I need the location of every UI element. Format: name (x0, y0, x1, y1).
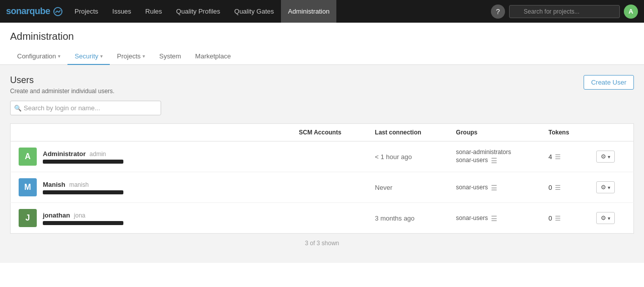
caret-icon: ▾ (100, 53, 103, 59)
logo-text: sonarqube (6, 6, 62, 17)
nav-rules[interactable]: Rules (138, 0, 169, 23)
token-count: 0 (548, 184, 552, 191)
nav-projects[interactable]: Projects (67, 0, 105, 23)
search-icon: 🔍 (14, 105, 22, 112)
col-last-connection: Last connection (367, 124, 448, 141)
user-info: Administrator admin (43, 150, 123, 164)
group-list-icon[interactable]: ☰ (491, 157, 497, 165)
groups-cell: sonar-users ☰ (448, 172, 541, 203)
user-name: jonathan (43, 211, 70, 219)
last-connection-cell: Never (367, 172, 448, 203)
token-count: 4 (548, 153, 552, 161)
user-action-button[interactable]: ⚙ ▾ (596, 212, 615, 224)
groups-cell: sonar-administrators sonar-users ☰ (448, 141, 541, 172)
action-cell: ⚙ ▾ (588, 203, 633, 234)
user-login: jona (74, 212, 86, 219)
last-connection-cell: < 1 hour ago (367, 141, 448, 172)
group-name: sonar-users (456, 214, 488, 222)
user-email-redacted (43, 160, 123, 164)
token-list-icon[interactable]: ☰ (555, 153, 561, 161)
group-list-icon[interactable]: ☰ (491, 214, 497, 223)
scm-accounts-cell (291, 203, 367, 234)
dropdown-arrow-icon: ▾ (608, 154, 610, 160)
group-list-icon[interactable]: ☰ (491, 184, 497, 192)
col-tokens: Tokens (540, 124, 588, 141)
tokens-cell: 4 ☰ (540, 141, 588, 172)
gear-icon: ⚙ (601, 214, 606, 222)
action-cell: ⚙ ▾ (588, 172, 633, 203)
top-navigation: sonarqube Projects Issues Rules Quality … (0, 0, 644, 23)
user-info: jonathan jona (43, 211, 123, 225)
col-groups: Groups (448, 124, 541, 141)
nav-quality-gates[interactable]: Quality Gates (227, 0, 281, 23)
help-button[interactable]: ? (491, 5, 505, 19)
avatar: J (19, 209, 37, 227)
user-cell: M Manish manish (11, 172, 291, 203)
section-title-area: Users Create and administer individual u… (10, 75, 114, 95)
subnav-security[interactable]: Security ▾ (67, 48, 110, 65)
logo[interactable]: sonarqube (6, 6, 62, 17)
last-connection-cell: 3 months ago (367, 203, 448, 234)
nav-issues[interactable]: Issues (105, 0, 138, 23)
section-description: Create and administer individual users. (10, 88, 114, 95)
avatar: M (19, 178, 37, 196)
user-name: Manish (43, 181, 65, 188)
tokens-cell: 0 ☰ (540, 203, 588, 234)
nav-links: Projects Issues Rules Quality Profiles Q… (67, 0, 491, 23)
group-name: sonar-users (456, 157, 488, 164)
table-row: J jonathan jona 3 months ago sonar-users… (11, 203, 634, 234)
col-user (11, 124, 291, 141)
gear-icon: ⚙ (601, 184, 606, 191)
caret-icon: ▾ (58, 53, 60, 59)
scm-accounts-cell (291, 172, 367, 203)
user-cell: A Administrator admin (11, 141, 291, 172)
group-name: sonar-users (456, 184, 488, 191)
subnav-system[interactable]: System (152, 48, 188, 65)
col-actions (588, 124, 633, 141)
section-header: Users Create and administer individual u… (10, 75, 634, 95)
page-header: Administration (0, 23, 644, 42)
table-footer: 3 of 3 shown (10, 234, 634, 253)
logo-icon (53, 7, 62, 16)
subnav-marketplace[interactable]: Marketplace (188, 48, 238, 65)
action-cell: ⚙ ▾ (588, 141, 633, 172)
dropdown-arrow-icon: ▾ (608, 185, 610, 190)
caret-icon: ▾ (142, 53, 145, 59)
token-list-icon[interactable]: ☰ (555, 214, 561, 222)
search-wrapper: 🔍 (509, 5, 620, 18)
nav-administration[interactable]: Administration (281, 0, 336, 23)
user-email-redacted (43, 190, 123, 194)
tokens-cell: 0 ☰ (540, 172, 588, 203)
groups-cell: sonar-users ☰ (448, 203, 541, 234)
token-list-icon[interactable]: ☰ (555, 184, 561, 191)
user-email-redacted (43, 221, 123, 225)
user-avatar[interactable]: A (624, 5, 638, 19)
user-search-input[interactable] (10, 101, 161, 115)
top-nav-right: ? 🔍 A (491, 5, 638, 19)
dropdown-arrow-icon: ▾ (608, 216, 610, 221)
sub-navigation: Configuration ▾ Security ▾ Projects ▾ Sy… (0, 48, 644, 65)
user-action-button[interactable]: ⚙ ▾ (596, 151, 615, 163)
user-cell: J jonathan jona (11, 203, 291, 234)
gear-icon: ⚙ (601, 153, 606, 160)
create-user-button[interactable]: Create User (584, 75, 634, 90)
col-scm: SCM Accounts (291, 124, 367, 141)
avatar: A (19, 148, 37, 166)
page-title: Administration (10, 31, 634, 42)
group-name: sonar-administrators (456, 149, 533, 156)
subnav-configuration[interactable]: Configuration ▾ (10, 48, 67, 65)
table-row: M Manish manish Never sonar-users ☰ 0 ☰ (11, 172, 634, 203)
user-action-button[interactable]: ⚙ ▾ (596, 181, 615, 193)
section-title: Users (10, 75, 114, 86)
nav-quality-profiles[interactable]: Quality Profiles (169, 0, 227, 23)
main-area: Users Create and administer individual u… (0, 65, 644, 263)
page-content: Administration Configuration ▾ Security … (0, 23, 644, 287)
user-search-wrapper: 🔍 (10, 101, 161, 115)
subnav-projects[interactable]: Projects ▾ (110, 48, 152, 65)
user-info: Manish manish (43, 181, 123, 194)
search-input[interactable] (509, 5, 620, 18)
scm-accounts-cell (291, 141, 367, 172)
user-name: Administrator (43, 150, 86, 158)
table-row: A Administrator admin < 1 hour ago sonar… (11, 141, 634, 172)
user-login: admin (90, 151, 106, 158)
